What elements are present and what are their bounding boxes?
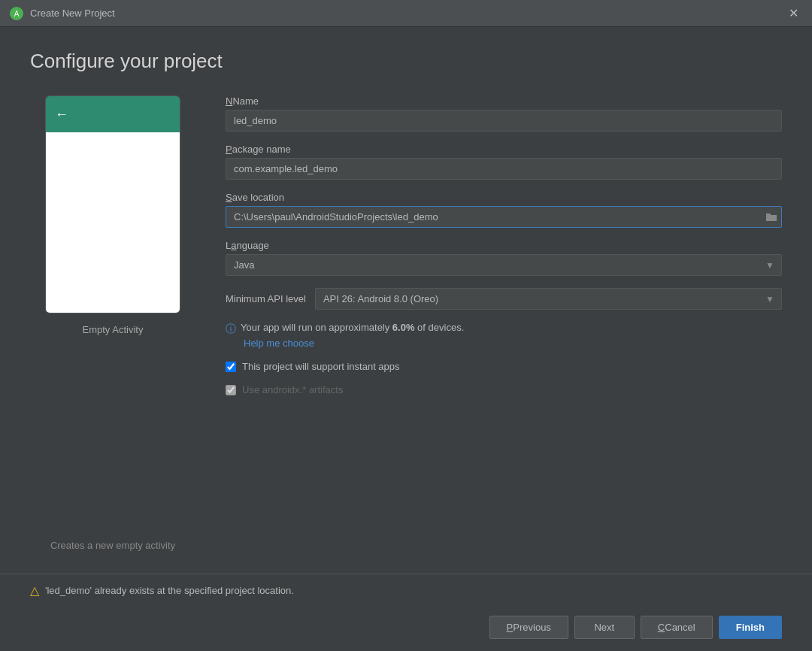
language-select[interactable]: Java Kotlin (226, 254, 782, 276)
instant-apps-label[interactable]: This project will support instant apps (242, 361, 400, 372)
info-text: Your app will run on approximately 6.0% … (241, 322, 464, 333)
language-field-group: Language Java Kotlin ▼ (226, 240, 782, 276)
androidx-checkbox-row: Use androidx.* artifacts (226, 384, 782, 395)
previous-button[interactable]: PPrevious (489, 616, 568, 639)
package-name-input[interactable] (226, 158, 782, 180)
instant-apps-checkbox-row: This project will support instant apps (226, 361, 782, 372)
save-location-field-group: Save location (226, 192, 782, 228)
title-bar-text: Create New Project (30, 8, 115, 19)
api-level-select-wrapper: API 26: Android 8.0 (Oreo) API 21: Andro… (315, 288, 782, 310)
androidx-label: Use androidx.* artifacts (242, 384, 343, 395)
left-panel: ← Empty Activity Creates a new empty act… (30, 95, 195, 559)
androidx-checkbox[interactable] (226, 385, 236, 395)
activity-label: Empty Activity (83, 324, 144, 335)
browse-folder-button[interactable] (765, 212, 777, 223)
cancel-button[interactable]: CCancel (641, 616, 713, 639)
language-select-wrapper: Java Kotlin ▼ (226, 254, 782, 276)
name-field-group: NName (226, 95, 782, 132)
instant-apps-checkbox[interactable] (226, 362, 236, 372)
footer: PPrevious Next CCancel Finish (0, 607, 812, 651)
save-location-input-wrapper (226, 206, 782, 228)
api-level-label: Minimum API level (226, 293, 306, 304)
info-icon: ⓘ (226, 322, 236, 336)
warning-bar: △ 'led_demo' already exists at the speci… (0, 574, 812, 607)
package-name-field-group: Package name (226, 144, 782, 180)
save-location-label: Save location (226, 192, 782, 203)
info-text-row: ⓘ Your app will run on approximately 6.0… (226, 322, 782, 336)
phone-header: ← (46, 96, 180, 132)
close-button[interactable]: ✕ (784, 3, 803, 23)
title-bar-left: A Create New Project (9, 6, 115, 21)
api-level-row: Minimum API level API 26: Android 8.0 (O… (226, 288, 782, 310)
app-icon: A (9, 6, 24, 21)
package-name-label: Package name (226, 144, 782, 155)
warning-icon: △ (30, 583, 39, 598)
language-label: Language (226, 240, 782, 251)
next-button[interactable]: Next (574, 616, 635, 639)
title-bar: A Create New Project ✕ (0, 0, 812, 27)
form-panel: NName Package name Save location (226, 95, 782, 559)
name-label: NName (226, 95, 782, 107)
phone-preview: ← (45, 95, 180, 313)
content-area: ← Empty Activity Creates a new empty act… (30, 95, 782, 559)
back-arrow-icon: ← (55, 107, 68, 123)
svg-text:A: A (14, 10, 20, 18)
finish-button[interactable]: Finish (719, 616, 782, 639)
main-content: Configure your project ← Empty Activity … (0, 27, 812, 574)
info-row: ⓘ Your app will run on approximately 6.0… (226, 322, 782, 349)
page-title: Configure your project (30, 50, 782, 73)
save-location-input[interactable] (226, 206, 782, 228)
name-input[interactable] (226, 110, 782, 132)
description-label: Creates a new empty activity (50, 540, 175, 559)
help-me-choose-link[interactable]: Help me choose (244, 338, 782, 349)
phone-body (46, 132, 180, 313)
warning-message: 'led_demo' already exists at the specifi… (45, 585, 294, 596)
api-level-select[interactable]: API 26: Android 8.0 (Oreo) API 21: Andro… (315, 288, 782, 310)
